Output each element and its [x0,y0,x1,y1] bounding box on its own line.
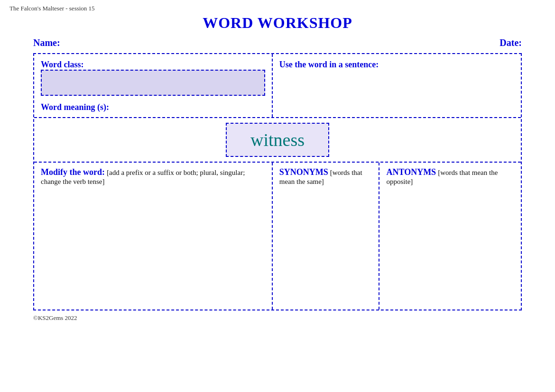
copyright-label: ©KS2Gems 2022 [9,314,546,322]
top-right-column: Use the word in a sentence: [273,54,521,117]
modify-word-column: Modify the word: [add a prefix or a suff… [34,163,273,310]
word-meaning-label: Word meaning (s): [41,102,265,112]
antonyms-column: ANTONYMS [words that mean the opposite] [379,163,521,310]
modify-word-label: Modify the word: [41,167,105,177]
top-row: Word class: Word meaning (s): Use the wo… [34,54,521,118]
synonyms-column: SYNONYMS [words that mean the same] [273,163,380,310]
witness-box-wrap: witness [34,118,521,162]
worksheet-container: Word class: Word meaning (s): Use the wo… [33,53,522,310]
antonyms-label: ANTONYMS [386,167,436,177]
word-class-input-box[interactable] [41,70,265,96]
use-sentence-label: Use the word in a sentence: [279,60,514,70]
word-class-label: Word class: [41,60,265,70]
name-label: Name: [33,37,60,48]
top-left-column: Word class: Word meaning (s): [34,54,273,117]
page-title: WORD WORKSHOP [9,14,546,32]
date-label: Date: [500,37,522,48]
center-word-box: witness [226,123,329,157]
word-row: witness [34,118,521,163]
session-label: The Falcon's Malteser - session 15 [9,5,546,12]
name-date-row: Name: Date: [9,37,546,48]
synonyms-label: SYNONYMS [279,167,328,177]
bottom-row: Modify the word: [add a prefix or a suff… [34,163,521,310]
